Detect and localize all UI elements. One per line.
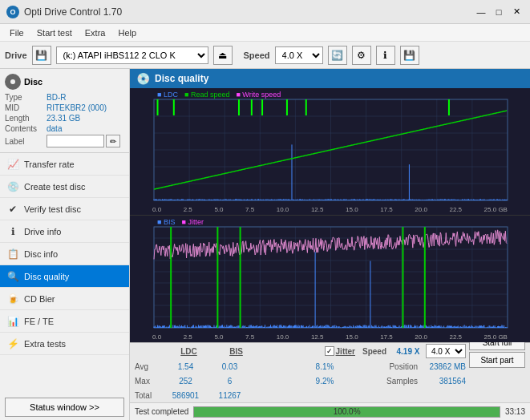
nav-disc-info[interactable]: 📋 Disc info — [0, 243, 129, 265]
disc-quality-header-icon: 💿 — [136, 72, 150, 85]
mid-value: RITEKBR2 (000) — [47, 103, 107, 112]
jitter-checkbox[interactable]: ✓ — [325, 346, 334, 356]
jitter-checkbox-group: ✓ Jitter — [325, 346, 355, 356]
legend-read-speed: ■ Read speed — [184, 91, 229, 99]
length-value: 23.31 GB — [47, 114, 80, 123]
nav-cd-bier[interactable]: 🍺 CD Bier — [0, 288, 129, 310]
stats-header-row: LDC BIS ✓ Jitter Speed 4.19 X 4.0 X Star… — [130, 343, 530, 359]
eject-button[interactable]: ⏏ — [213, 46, 233, 65]
disc-contents-row: Contents data — [5, 124, 124, 133]
avg-jitter-val: 8.1% — [293, 362, 357, 371]
max-label: Max — [135, 377, 164, 386]
max-jitter-val: 9.2% — [293, 377, 357, 386]
status-window-button[interactable]: Status window >> — [5, 398, 124, 417]
fe-te-icon: 📊 — [6, 315, 19, 328]
chart2-canvas — [130, 216, 530, 342]
avg-bis-val: 0.03 — [208, 362, 252, 371]
length-label: Length — [5, 114, 47, 123]
progress-status: Test completed — [135, 407, 188, 416]
max-bis-val: 6 — [208, 377, 252, 386]
verify-test-icon: ✔ — [6, 203, 19, 216]
drive-label: Drive — [5, 50, 27, 60]
nav-extra-tests-label: Extra tests — [24, 339, 66, 349]
chart1-canvas — [130, 88, 530, 215]
label-input[interactable] — [47, 135, 104, 147]
chart2-legend: ■ BIS ■ Jitter — [157, 218, 204, 226]
samples-label: Samples — [357, 377, 418, 386]
transfer-rate-icon: 📈 — [6, 158, 19, 171]
total-ldc-val: 586901 — [164, 391, 208, 400]
mid-label: MID — [5, 103, 47, 112]
main-area: Disc Type BD-R MID RITEKBR2 (000) Length… — [0, 69, 530, 420]
save-button[interactable]: 💾 — [400, 46, 419, 65]
refresh-button[interactable]: 🔄 — [328, 46, 347, 65]
disc-icon — [5, 74, 21, 90]
toolbar: Drive 💾 (k:) ATAPI iHBS112 2 CLO K ⏏ Spe… — [0, 42, 530, 69]
menu-extra[interactable]: Extra — [79, 26, 112, 39]
col-ldc-header: LDC — [167, 347, 211, 356]
disc-info-icon: 📋 — [6, 248, 19, 260]
position-val: 23862 MB — [418, 362, 466, 371]
nav-create-test[interactable]: 💿 Create test disc — [0, 176, 129, 198]
drive-select[interactable]: (k:) ATAPI iHBS112 2 CLO K — [56, 46, 208, 64]
nav-fe-te-label: FE / TE — [24, 317, 54, 326]
sidebar: Disc Type BD-R MID RITEKBR2 (000) Length… — [0, 69, 130, 420]
create-test-icon: 💿 — [6, 180, 19, 193]
disc-quality-header: 💿 Disc quality — [130, 69, 530, 88]
nav-transfer-rate[interactable]: 📈 Transfer rate — [0, 153, 129, 176]
chart2-wrapper: ■ BIS ■ Jitter 1 2 3 4 5 6 7 8 9 10 — [130, 216, 530, 342]
menu-start-test[interactable]: Start test — [30, 26, 79, 39]
minimize-button[interactable]: — — [474, 5, 488, 19]
content-area: 💿 Disc quality ■ LDC ■ Read speed ■ Writ… — [130, 69, 530, 420]
speed-select[interactable]: 4.0 X — [275, 46, 323, 64]
menu-help[interactable]: Help — [111, 26, 143, 39]
disc-label-row: Label ✏ — [5, 135, 124, 147]
speed-label: Speed — [244, 50, 270, 60]
settings-button[interactable]: ⚙ — [352, 46, 371, 65]
extra-tests-icon: ⚡ — [6, 337, 19, 350]
stats-total-row: Total 586901 11267 — [130, 388, 530, 402]
maximize-button[interactable]: □ — [492, 5, 506, 19]
drive-icon-btn[interactable]: 💾 — [32, 46, 51, 65]
speed-max-select[interactable]: 4.0 X — [426, 344, 466, 358]
nav-drive-info-label: Drive info — [24, 227, 61, 236]
nav-drive-info[interactable]: ℹ Drive info — [0, 220, 129, 243]
app-icon: O — [6, 6, 19, 18]
nav-verify-test[interactable]: ✔ Verify test disc — [0, 198, 129, 220]
nav-verify-test-label: Verify test disc — [24, 204, 81, 214]
close-button[interactable]: ✕ — [509, 5, 524, 19]
nav-fe-te[interactable]: 📊 FE / TE — [0, 310, 129, 333]
legend-jitter: ■ Jitter — [181, 218, 203, 226]
avg-speed-val: 4.19 X — [394, 347, 423, 356]
nav-transfer-rate-label: Transfer rate — [24, 160, 75, 169]
disc-header: Disc — [5, 74, 124, 90]
nav-create-test-label: Create test disc — [24, 182, 85, 192]
chart1-legend: ■ LDC ■ Read speed ■ Write speed — [157, 91, 281, 99]
charts-container: ■ LDC ■ Read speed ■ Write speed 0 50 10… — [130, 88, 530, 342]
nav-extra-tests[interactable]: ⚡ Extra tests — [0, 333, 129, 355]
avg-label: Avg — [135, 362, 164, 371]
info-button[interactable]: ℹ — [376, 46, 395, 65]
start-part-button[interactable]: Start part — [469, 352, 525, 368]
samples-val: 381564 — [418, 377, 466, 386]
nav-disc-quality[interactable]: 🔍 Disc quality — [0, 265, 129, 288]
app-title: Opti Drive Control 1.70 — [24, 6, 474, 18]
disc-type-row: Type BD-R — [5, 93, 124, 102]
disc-length-row: Length 23.31 GB — [5, 114, 124, 123]
progress-time: 33:13 — [505, 407, 525, 416]
speed-header: Speed — [358, 347, 390, 356]
label-edit-button[interactable]: ✏ — [106, 135, 120, 147]
chart2-x-axis: 0.0 2.5 5.0 7.5 10.0 12.5 15.0 17.5 20.0… — [152, 333, 508, 341]
contents-label: Contents — [5, 124, 47, 133]
disc-panel: Disc Type BD-R MID RITEKBR2 (000) Length… — [0, 69, 129, 153]
progress-percent: 100.0% — [194, 407, 500, 417]
total-bis-val: 11267 — [208, 391, 252, 400]
stats-max-row: Max 252 6 9.2% Samples 381564 — [130, 374, 530, 388]
legend-ldc: ■ LDC — [157, 91, 178, 99]
contents-value[interactable]: data — [47, 124, 62, 133]
jitter-header: Jitter — [336, 347, 355, 356]
menu-bar: File Start test Extra Help — [0, 24, 530, 42]
menu-file[interactable]: File — [3, 26, 30, 39]
position-label: Position — [357, 362, 418, 371]
disc-quality-icon: 🔍 — [6, 270, 19, 283]
